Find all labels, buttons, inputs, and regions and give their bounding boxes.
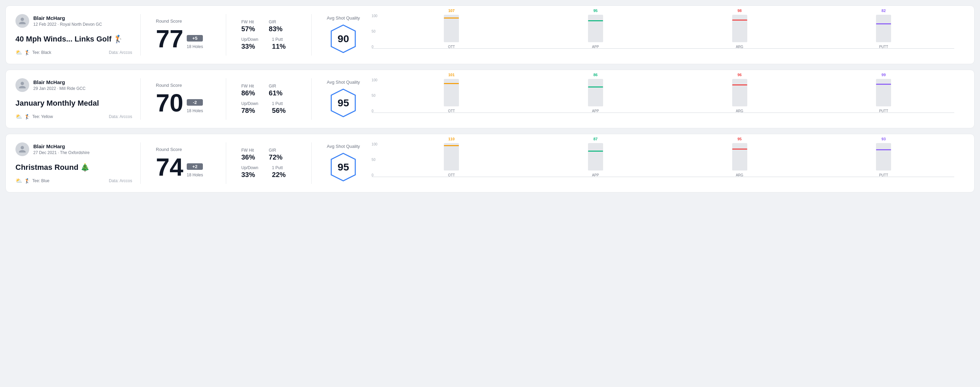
bar-group-putt: 99PUTT	[813, 73, 954, 113]
bag-icon: 🏌	[24, 178, 30, 184]
stat-fw-value: 57%	[241, 25, 255, 33]
round-title: Christmas Round 🎄	[16, 163, 132, 172]
hexagon-container: 95	[328, 152, 359, 182]
tee-label: Tee: Yellow	[32, 114, 53, 119]
bar-fill	[444, 83, 459, 106]
stat-gir-label: GIR	[269, 84, 283, 89]
bar-wrapper	[876, 79, 891, 106]
user-name: Blair McHarg	[33, 15, 102, 21]
stat-updown: Up/Down33%	[241, 37, 258, 51]
y-axis-label: 50	[372, 30, 378, 33]
chart-section: 100500110OTT87APP95ARG93PUTT	[368, 143, 958, 184]
tee-info: ⛅ 🏌 Tee: Black	[16, 49, 51, 56]
user-text: Blair McHarg27 Dec 2021 · The Oxfordshir…	[33, 143, 89, 155]
divider-3	[311, 143, 312, 184]
stats-row-1: FW Hit86%GIR61%	[241, 84, 296, 97]
bar-group-ott: 110OTT	[381, 137, 522, 177]
round-left-section: Blair McHarg27 Dec 2021 · The Oxfordshir…	[16, 143, 132, 184]
score-row: 77+518 Holes	[156, 26, 211, 51]
bar-group-putt: 82PUTT	[813, 9, 954, 49]
bar-top-line	[588, 86, 603, 87]
tee-info: ⛅ 🏌 Tee: Yellow	[16, 113, 53, 120]
score-number: 77	[156, 26, 183, 51]
stat-updown-label: Up/Down	[241, 165, 258, 170]
score-number: 70	[156, 90, 183, 115]
bar-fill	[876, 149, 891, 171]
round-left-section: Blair McHarg29 Jan 2022 · Mill Ride GCCJ…	[16, 78, 132, 120]
divider-3	[311, 14, 312, 56]
score-row: 70-218 Holes	[156, 90, 211, 115]
divider-3	[311, 78, 312, 120]
bar-wrapper	[444, 143, 459, 171]
bar-fill	[588, 151, 603, 171]
bar-top-line	[444, 17, 459, 19]
stat-oneputt-label: 1 Putt	[272, 101, 286, 106]
quality-score: 90	[338, 33, 349, 44]
bar-top-line	[444, 145, 459, 146]
stat-gir-value: 61%	[269, 89, 283, 97]
quality-section: Avg Shot Quality 95 100500101OTT86APP96A…	[320, 78, 964, 120]
quality-label: Avg Shot Quality	[327, 79, 360, 85]
divider-2	[226, 143, 226, 184]
stats-row-2: Up/Down78%1 Putt56%	[241, 101, 296, 114]
bar-chart: 100500101OTT86APP96ARG99PUTT	[372, 79, 954, 120]
bag-icon: 🏌	[24, 50, 30, 55]
score-badge-group: +218 Holes	[187, 163, 203, 179]
score-label: Round Score	[156, 147, 211, 152]
avatar	[16, 78, 29, 92]
score-row: 74+218 Holes	[156, 155, 211, 179]
stat-updown-label: Up/Down	[241, 37, 258, 42]
bar-wrapper	[588, 79, 603, 106]
bar-group-putt: 93PUTT	[813, 137, 954, 177]
bar-top-line	[588, 151, 603, 152]
round-title: 40 Mph Winds... Links Golf 🏌️	[16, 35, 132, 44]
bar-fill	[732, 84, 747, 106]
stat-gir: GIR83%	[269, 19, 283, 33]
bar-fill	[444, 17, 459, 42]
stat-fw-label: FW Hit	[241, 84, 255, 89]
hexagon-container: 90	[328, 23, 359, 54]
score-holes: 18 Holes	[187, 44, 203, 49]
user-meta: 29 Jan 2022 · Mill Ride GCC	[33, 86, 86, 91]
bar-top-line	[444, 83, 459, 84]
bar-value: 86	[593, 73, 598, 77]
score-holes: 18 Holes	[187, 108, 203, 113]
divider-2	[226, 78, 226, 120]
y-axis-label: 100	[372, 14, 378, 18]
stat-updown-value: 33%	[241, 43, 258, 51]
user-text: Blair McHarg12 Feb 2022 · Royal North De…	[33, 15, 102, 27]
user-meta: 27 Dec 2021 · The Oxfordshire	[33, 150, 89, 155]
y-axis-label: 100	[372, 79, 378, 82]
bar-fill	[588, 86, 603, 106]
stats-section: FW Hit86%GIR61%Up/Down78%1 Putt56%	[234, 78, 303, 120]
bar-fill	[732, 149, 747, 170]
bar-chart: 100500110OTT87APP95ARG93PUTT	[372, 143, 954, 184]
quality-score: 95	[338, 97, 349, 109]
quality-label: Avg Shot Quality	[327, 144, 360, 149]
stat-oneputt: 1 Putt22%	[272, 165, 286, 179]
stats-row-2: Up/Down33%1 Putt11%	[241, 37, 296, 51]
stats-row-2: Up/Down33%1 Putt22%	[241, 165, 296, 179]
bar-group-app: 86APP	[525, 73, 666, 113]
bar-value: 82	[881, 9, 886, 13]
score-badge: +5	[187, 35, 203, 41]
bar-value: 96	[737, 73, 741, 77]
user-info: Blair McHarg29 Jan 2022 · Mill Ride GCC	[16, 78, 132, 92]
score-section: Round Score70-218 Holes	[149, 78, 218, 120]
chart-axis-line	[372, 177, 954, 177]
bar-value: 101	[448, 73, 455, 77]
stat-gir-label: GIR	[269, 148, 283, 153]
stat-gir: GIR61%	[269, 84, 283, 97]
bar-value: 107	[448, 9, 455, 13]
stats-section: FW Hit36%GIR72%Up/Down33%1 Putt22%	[234, 143, 303, 184]
score-section: Round Score77+518 Holes	[149, 14, 218, 56]
score-holes: 18 Holes	[187, 173, 203, 178]
bar-wrapper	[732, 143, 747, 171]
bar-top-line	[588, 20, 603, 21]
user-name: Blair McHarg	[33, 143, 89, 149]
y-axis-label: 50	[372, 158, 378, 162]
bag-icon: 🏌	[24, 114, 30, 119]
bar-fill	[732, 19, 747, 42]
stat-oneputt-value: 11%	[272, 43, 286, 51]
bar-fill	[876, 23, 891, 42]
